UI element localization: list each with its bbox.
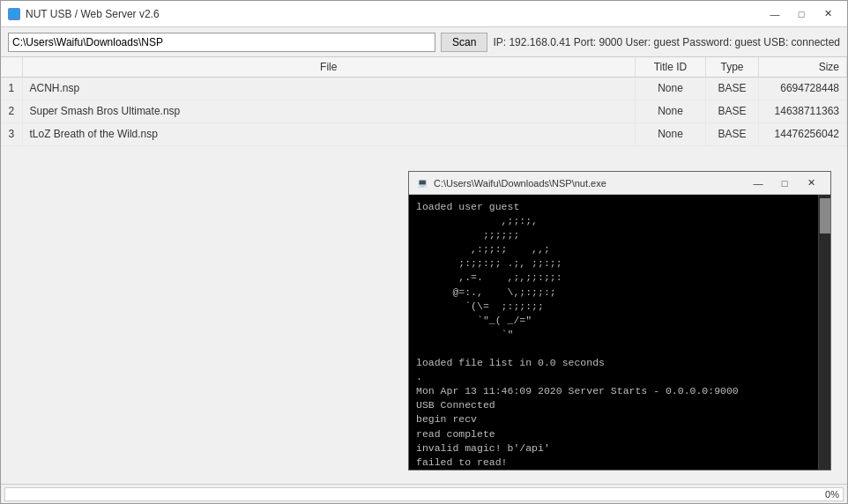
scan-button[interactable]: Scan xyxy=(441,33,487,52)
progress-percent: 0% xyxy=(825,489,839,500)
terminal-body: loaded user guest ,;;:;, ;;;;;; ,:;;:; ,… xyxy=(409,195,830,470)
row-file: ACNH.nsp xyxy=(22,77,636,100)
terminal-scrollbar[interactable] xyxy=(818,195,830,470)
terminal-controls: — □ ✕ xyxy=(746,174,823,192)
row-titleid: None xyxy=(636,122,706,145)
maximize-button[interactable]: □ xyxy=(789,5,814,23)
row-file: Super Smash Bros Ultimate.nsp xyxy=(22,100,636,122)
terminal-window: 💻 C:\Users\Waifu\Downloads\NSP\nut.exe —… xyxy=(408,171,831,471)
toolbar: Scan IP: 192.168.0.41 Port: 9000 User: g… xyxy=(1,27,847,57)
file-table: File Title ID Type Size 1 ACNH.nsp None … xyxy=(1,57,847,146)
terminal-close-button[interactable]: ✕ xyxy=(799,174,823,192)
app-icon: 🌐 xyxy=(8,8,20,20)
terminal-scrollbar-thumb[interactable] xyxy=(820,198,830,233)
row-titleid: None xyxy=(636,77,706,100)
terminal-title-bar: 💻 C:\Users\Waifu\Downloads\NSP\nut.exe —… xyxy=(409,172,830,195)
col-header-size: Size xyxy=(759,57,847,77)
row-type: BASE xyxy=(706,122,759,145)
title-bar-left: 🌐 NUT USB / Web Server v2.6 xyxy=(8,8,160,20)
terminal-content: loaded user guest ,;;:;, ;;;;;; ,:;;:; ,… xyxy=(409,195,818,470)
row-type: BASE xyxy=(706,100,759,122)
connection-status: IP: 192.168.0.41 Port: 9000 User: guest … xyxy=(493,36,840,48)
col-header-file: File xyxy=(22,57,636,77)
title-bar-controls: — □ ✕ xyxy=(762,5,840,23)
col-header-titleid: Title ID xyxy=(636,57,706,77)
table-row[interactable]: 3 tLoZ Breath of the Wild.nsp None BASE … xyxy=(1,122,847,145)
minimize-button[interactable]: — xyxy=(762,5,787,23)
row-file: tLoZ Breath of the Wild.nsp xyxy=(22,122,636,145)
table-row[interactable]: 1 ACNH.nsp None BASE 6694728448 xyxy=(1,77,847,100)
col-header-num xyxy=(1,57,22,77)
row-num: 1 xyxy=(1,77,22,100)
progress-bar: 0% xyxy=(4,487,844,501)
terminal-minimize-button[interactable]: — xyxy=(746,174,770,192)
row-num: 3 xyxy=(1,122,22,145)
row-size: 6694728448 xyxy=(759,77,847,100)
row-titleid: None xyxy=(636,100,706,122)
terminal-maximize-button[interactable]: □ xyxy=(772,174,797,192)
app-title: NUT USB / Web Server v2.6 xyxy=(26,8,160,20)
title-bar: 🌐 NUT USB / Web Server v2.6 — □ ✕ xyxy=(1,1,847,27)
table-row[interactable]: 2 Super Smash Bros Ultimate.nsp None BAS… xyxy=(1,100,847,122)
terminal-title: C:\Users\Waifu\Downloads\NSP\nut.exe xyxy=(434,178,606,189)
terminal-title-left: 💻 C:\Users\Waifu\Downloads\NSP\nut.exe xyxy=(416,177,606,189)
col-header-type: Type xyxy=(706,57,759,77)
path-input[interactable] xyxy=(8,33,435,52)
close-button[interactable]: ✕ xyxy=(815,5,840,23)
row-size: 14476256042 xyxy=(759,122,847,145)
row-type: BASE xyxy=(706,77,759,100)
row-num: 2 xyxy=(1,100,22,122)
row-size: 14638711363 xyxy=(759,100,847,122)
terminal-icon: 💻 xyxy=(416,177,428,189)
bottom-status-bar: 0% xyxy=(1,484,847,503)
